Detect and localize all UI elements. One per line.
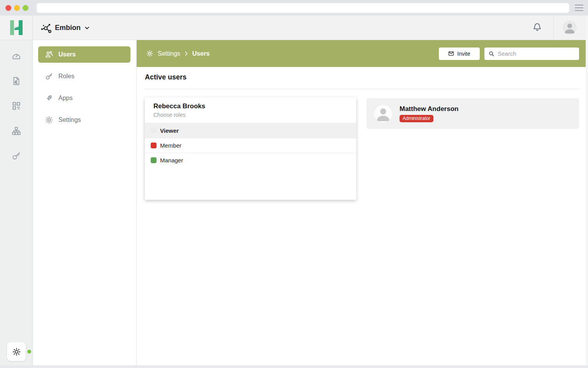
key-icon (45, 72, 53, 81)
sidebar-item-label: Settings (58, 116, 81, 123)
sidebar-item-roles[interactable]: Roles (38, 68, 130, 85)
rail-settings-button[interactable] (7, 342, 26, 361)
app-frame: Embion (0, 16, 586, 365)
rocket-icon (45, 94, 53, 102)
chevron-down-icon (84, 25, 90, 31)
role-option-label: Member (160, 142, 181, 149)
role-picker-prompt: Choose roles (153, 112, 348, 118)
user-card-text: Matthew Anderson Administrator (400, 105, 458, 122)
gear-icon (146, 50, 153, 57)
molecule-icon (41, 23, 51, 33)
sidebar-item-apps[interactable]: Apps (38, 90, 130, 106)
users-icon (45, 50, 53, 59)
chevron-right-icon (184, 51, 189, 56)
avatar-cell (554, 21, 586, 35)
role-picker-user-name: Rebecca Brooks (153, 102, 348, 110)
role-option-label: Viewer (160, 127, 179, 134)
administrator-badge: Administrator (400, 115, 433, 122)
user-avatar[interactable] (563, 21, 577, 35)
user-card-avatar (374, 105, 392, 123)
app-logo[interactable] (0, 16, 33, 40)
user-card-name: Matthew Anderson (400, 105, 458, 113)
gear-icon (12, 347, 21, 356)
search-box (484, 48, 579, 60)
app-body: Users Roles (0, 40, 586, 365)
page-header: Settings Users Invite (137, 40, 586, 67)
search-input[interactable] (498, 50, 575, 57)
role-picker-card: Rebecca Brooks Choose roles Viewer Membe… (145, 97, 356, 200)
magnifier-icon (488, 51, 495, 57)
invite-button[interactable]: Invite (439, 48, 480, 60)
user-card[interactable]: Matthew Anderson Administrator (366, 98, 579, 129)
browser-menu-icon[interactable] (575, 5, 583, 11)
icon-rail (0, 40, 33, 365)
person-silhouette-icon (563, 21, 577, 35)
app-header: Embion (0, 16, 586, 40)
browser-chrome (0, 0, 588, 16)
window-close-button[interactable] (5, 5, 11, 11)
role-option-viewer[interactable]: Viewer (145, 123, 356, 138)
h-logo-icon (9, 20, 23, 35)
sitemap-icon[interactable] (11, 126, 21, 136)
sidebar-item-label: Roles (58, 73, 74, 80)
role-color-swatch (151, 143, 157, 148)
status-dot (27, 350, 31, 354)
gear-icon (45, 116, 53, 124)
role-color-swatch (151, 157, 157, 163)
access-key-icon[interactable] (11, 151, 21, 161)
role-option-manager[interactable]: Manager (145, 153, 356, 167)
apps-qr-grid-icon[interactable] (11, 101, 21, 111)
sidebar-item-label: Apps (58, 95, 72, 102)
page-title: Active users (145, 73, 187, 81)
role-picker-header: Rebecca Brooks Choose roles (145, 97, 356, 123)
window-maximize-button[interactable] (23, 5, 28, 11)
content-area: Active users Rebecca Brooks Choose roles… (137, 67, 586, 365)
billing-document-euro-icon[interactable] (11, 76, 21, 86)
main-panel: Settings Users Invite (137, 40, 586, 365)
role-option-member[interactable]: Member (145, 138, 356, 153)
address-bar[interactable] (37, 3, 569, 13)
bell-icon (532, 22, 542, 32)
envelope-icon (448, 51, 454, 56)
person-silhouette-icon (374, 105, 392, 123)
dashboard-gauge-icon[interactable] (11, 51, 21, 61)
browser-window: Embion (0, 0, 588, 368)
breadcrumb-users: Users (192, 50, 209, 57)
sidebar-item-label: Users (58, 51, 76, 58)
settings-subnav: Users Roles (33, 40, 137, 365)
breadcrumb-settings[interactable]: Settings (158, 50, 180, 57)
title-divider (145, 89, 579, 89)
header-actions (521, 16, 586, 40)
role-option-label: Manager (160, 157, 183, 164)
sidebar-item-settings[interactable]: Settings (38, 112, 130, 128)
window-minimize-button[interactable] (14, 5, 20, 11)
org-switcher[interactable]: Embion (33, 16, 90, 40)
window-bottom-edge (0, 365, 588, 368)
org-name: Embion (55, 24, 81, 32)
invite-button-label: Invite (457, 51, 470, 57)
role-color-swatch (151, 128, 157, 134)
notifications-button[interactable] (521, 22, 553, 34)
sidebar-item-users[interactable]: Users (38, 46, 130, 63)
